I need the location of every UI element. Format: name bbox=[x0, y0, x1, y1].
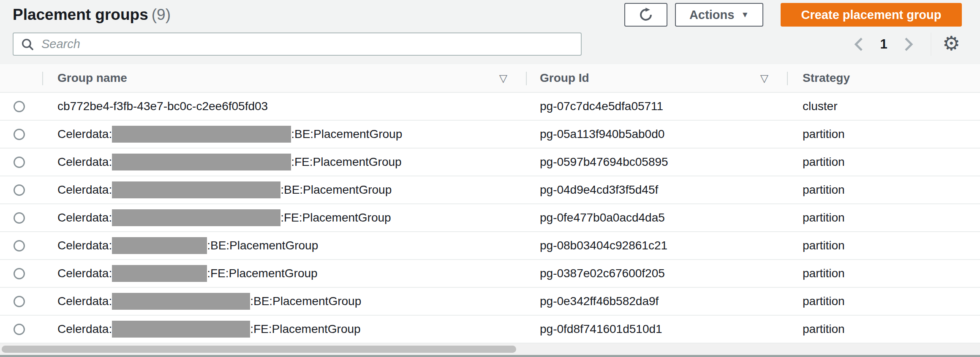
cell-select bbox=[0, 232, 42, 259]
group-name-suffix: :BE:PlacementGroup bbox=[291, 127, 402, 141]
page-title-text: Placement groups bbox=[13, 6, 148, 23]
group-name-prefix: Celerdata: bbox=[57, 239, 112, 252]
actions-button-label: Actions bbox=[689, 8, 734, 22]
redaction-bar bbox=[112, 126, 291, 143]
cell-select bbox=[0, 93, 42, 120]
table-row[interactable]: Celerdata: :BE:PlacementGroup pg-08b0340… bbox=[0, 232, 980, 260]
row-radio-button[interactable] bbox=[14, 184, 25, 196]
refresh-button[interactable] bbox=[624, 3, 667, 27]
result-count: (9) bbox=[152, 6, 171, 23]
cell-strategy: partition bbox=[787, 232, 980, 259]
cell-group-id: pg-07c7dc4e5dfa05711 bbox=[526, 93, 787, 120]
table-row[interactable]: Celerdata: :FE:PlacementGroup pg-0597b47… bbox=[0, 149, 980, 176]
group-name-suffix: :FE:PlacementGroup bbox=[207, 267, 317, 280]
table-row[interactable]: Celerdata: :FE:PlacementGroup pg-0387e02… bbox=[0, 260, 980, 288]
cell-group-name: Celerdata: :BE:PlacementGroup bbox=[42, 288, 526, 315]
chevron-down-icon: ▼ bbox=[741, 10, 749, 19]
cell-group-id: pg-0fe477b0a0acd4da5 bbox=[526, 204, 787, 231]
cell-select bbox=[0, 149, 42, 176]
row-radio-button[interactable] bbox=[14, 129, 25, 140]
redaction-bar bbox=[112, 293, 250, 310]
table-row[interactable]: Celerdata: :BE:PlacementGroup pg-05a113f… bbox=[0, 121, 980, 149]
cell-select bbox=[0, 121, 42, 148]
cell-strategy: partition bbox=[787, 288, 980, 315]
row-radio-button[interactable] bbox=[14, 212, 25, 224]
previous-page-button[interactable] bbox=[853, 37, 865, 52]
group-name-suffix: :BE:PlacementGroup bbox=[280, 183, 392, 197]
search-icon bbox=[20, 37, 35, 51]
cell-group-id: pg-08b03404c92861c21 bbox=[526, 232, 787, 259]
pagination: 1 bbox=[853, 32, 914, 56]
current-page-number[interactable]: 1 bbox=[876, 37, 891, 52]
group-name-prefix: Celerdata: bbox=[57, 295, 112, 308]
group-name-prefix: cb772be4-f3fb-43e7-bc0c-c2ee6f05fd03 bbox=[57, 100, 268, 113]
cell-strategy: partition bbox=[787, 260, 980, 287]
cell-group-name: Celerdata: :BE:PlacementGroup bbox=[42, 121, 526, 148]
table-row[interactable]: cb772be4-f3fb-43e7-bc0c-c2ee6f05fd03 pg-… bbox=[0, 93, 980, 121]
cell-group-name: Celerdata: :BE:PlacementGroup bbox=[42, 176, 526, 203]
sort-filter-icon[interactable]: ▽ bbox=[499, 72, 507, 84]
cell-strategy: partition bbox=[787, 316, 980, 343]
cell-strategy: cluster bbox=[787, 93, 980, 120]
cell-select bbox=[0, 176, 42, 203]
column-header-strategy[interactable]: Strategy bbox=[787, 64, 980, 92]
actions-button[interactable]: Actions ▼ bbox=[675, 3, 763, 27]
row-radio-button[interactable] bbox=[14, 268, 25, 279]
table-row[interactable]: Celerdata: :FE:PlacementGroup pg-0fd8f74… bbox=[0, 316, 980, 343]
redaction-bar bbox=[112, 265, 207, 282]
group-name-suffix: :FE:PlacementGroup bbox=[291, 155, 401, 169]
row-radio-button[interactable] bbox=[14, 157, 25, 168]
cell-group-name: Celerdata: :FE:PlacementGroup bbox=[42, 204, 526, 231]
search-input[interactable] bbox=[35, 33, 581, 55]
cell-strategy: partition bbox=[787, 121, 980, 148]
column-header-group-id[interactable]: Group Id ▽ bbox=[526, 64, 787, 92]
column-header-group-name[interactable]: Group name ▽ bbox=[42, 64, 526, 92]
horizontal-scrollbar[interactable] bbox=[0, 343, 980, 355]
group-name-prefix: Celerdata: bbox=[57, 127, 112, 141]
create-placement-group-button[interactable]: Create placement group bbox=[781, 3, 962, 27]
cell-group-id: pg-0597b47694bc05895 bbox=[526, 149, 787, 176]
column-label: Group name bbox=[57, 71, 127, 85]
cell-strategy: partition bbox=[787, 149, 980, 176]
cell-group-name: Celerdata: :FE:PlacementGroup bbox=[42, 260, 526, 287]
settings-gear-icon[interactable]: ⚙ bbox=[939, 30, 963, 57]
table-header-row: Group name ▽ Group Id ▽ Strategy bbox=[0, 64, 980, 93]
cell-group-name: cb772be4-f3fb-43e7-bc0c-c2ee6f05fd03 bbox=[42, 93, 526, 120]
table-body: cb772be4-f3fb-43e7-bc0c-c2ee6f05fd03 pg-… bbox=[0, 93, 980, 343]
table-row[interactable]: Celerdata: :BE:PlacementGroup pg-04d9e4c… bbox=[0, 176, 980, 204]
group-name-suffix: :FE:PlacementGroup bbox=[250, 322, 360, 336]
row-radio-button[interactable] bbox=[14, 101, 25, 112]
redaction-bar bbox=[112, 154, 291, 170]
select-column-header bbox=[0, 64, 42, 92]
cell-strategy: partition bbox=[787, 204, 980, 231]
column-label: Strategy bbox=[803, 71, 850, 85]
group-name-suffix: :FE:PlacementGroup bbox=[280, 211, 391, 224]
row-radio-button[interactable] bbox=[14, 240, 25, 252]
group-name-prefix: Celerdata: bbox=[57, 155, 112, 169]
cell-select bbox=[0, 288, 42, 315]
row-radio-button[interactable] bbox=[14, 296, 25, 307]
cell-select bbox=[0, 204, 42, 231]
cell-group-name: Celerdata: :FE:PlacementGroup bbox=[42, 149, 526, 176]
next-page-button[interactable] bbox=[902, 37, 914, 52]
refresh-icon bbox=[638, 7, 653, 22]
group-name-prefix: Celerdata: bbox=[57, 211, 112, 224]
cell-group-name: Celerdata: :FE:PlacementGroup bbox=[42, 316, 526, 343]
cell-group-id: pg-04d9e4cd3f3f5d45f bbox=[526, 176, 787, 203]
scrollbar-handle[interactable] bbox=[2, 346, 516, 353]
cell-strategy: partition bbox=[787, 176, 980, 203]
placement-groups-page: Placement groups(9) Actions ▼ Create pla… bbox=[0, 0, 980, 357]
group-name-prefix: Celerdata: bbox=[57, 183, 112, 197]
row-radio-button[interactable] bbox=[14, 324, 25, 335]
table-row[interactable]: Celerdata: :BE:PlacementGroup pg-0e342ff… bbox=[0, 288, 980, 316]
cell-group-id: pg-05a113f940b5ab0d0 bbox=[526, 121, 787, 148]
search-box[interactable] bbox=[13, 32, 582, 56]
table-row[interactable]: Celerdata: :FE:PlacementGroup pg-0fe477b… bbox=[0, 204, 980, 232]
cell-group-name: Celerdata: :BE:PlacementGroup bbox=[42, 232, 526, 259]
redaction-bar bbox=[112, 181, 280, 198]
toolbar-divider bbox=[931, 32, 931, 56]
redaction-bar bbox=[112, 321, 250, 338]
sort-filter-icon[interactable]: ▽ bbox=[760, 72, 768, 84]
cell-group-id: pg-0387e02c67600f205 bbox=[526, 260, 787, 287]
page-title: Placement groups(9) bbox=[13, 6, 171, 24]
